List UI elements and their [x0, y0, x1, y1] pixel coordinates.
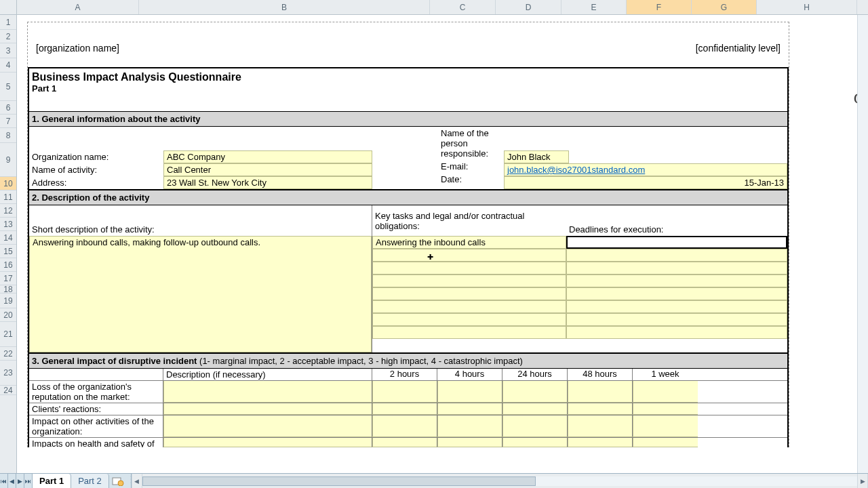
input-task-1[interactable]: Answering the inbound calls	[372, 236, 566, 249]
input-shortdesc[interactable]: Answering inbound calls, making follow-u…	[29, 236, 372, 352]
col-header-B[interactable]: B	[139, 0, 430, 14]
col-header-G[interactable]: G	[692, 0, 757, 14]
row-header-24[interactable]: 24	[0, 386, 16, 395]
tab-part1[interactable]: Part 1	[33, 474, 71, 488]
col-header-C[interactable]: C	[430, 0, 496, 14]
input-task-2[interactable]	[372, 249, 566, 262]
input-org[interactable]: ABC Company	[163, 150, 372, 163]
row-header-4[interactable]: 4	[0, 58, 16, 73]
row-header-1[interactable]: 1	[0, 15, 16, 30]
input-email[interactable]: john.black@iso27001standard.com	[504, 163, 787, 176]
input-deadline-1[interactable]	[566, 236, 787, 249]
vertical-scrollbar-area[interactable]	[857, 15, 868, 473]
row-header-9[interactable]: 9	[0, 143, 16, 177]
label-email: E-mail:	[438, 160, 504, 173]
label-org: Organization name:	[29, 150, 163, 163]
worksheet-grid[interactable]: [organization name] [confidentiality lev…	[17, 15, 857, 473]
col-header-D[interactable]: D	[496, 0, 561, 14]
col-description: Description (if necessary)	[163, 369, 372, 380]
input-deadline-7[interactable]	[566, 313, 787, 326]
row-header-2[interactable]: 2	[0, 30, 16, 43]
col-24h: 24 hours	[502, 369, 568, 380]
input-deadline-5[interactable]	[566, 287, 787, 300]
input-deadline-2[interactable]	[566, 249, 787, 262]
section2-heading: 2. Description of the activity	[29, 190, 787, 205]
row-header-20[interactable]: 20	[0, 308, 16, 322]
page-header-conf: [confidentiality level]	[696, 43, 781, 54]
row-header-5[interactable]: 5	[0, 73, 16, 101]
nav-prev-icon[interactable]: ◀	[8, 474, 16, 488]
row-header-14[interactable]: 14	[0, 231, 16, 245]
col-4h: 4 hours	[437, 369, 502, 380]
row-header-12[interactable]: 12	[0, 204, 16, 218]
label-date: Date:	[438, 173, 504, 186]
nav-next-icon[interactable]: ▶	[16, 474, 24, 488]
col-48h: 48 hours	[568, 369, 633, 380]
input-task-8[interactable]	[372, 326, 566, 339]
row-header-23[interactable]: 23	[0, 361, 16, 386]
row-headers: 123456789101112131415161718192021222324	[0, 15, 17, 473]
row-header-11[interactable]: 11	[0, 190, 16, 204]
label-address: Address:	[29, 176, 163, 189]
label-deadlines: Deadlines for execution:	[566, 205, 787, 236]
svg-point-1	[118, 481, 123, 486]
row-header-22[interactable]: 22	[0, 347, 16, 361]
horizontal-scrollbar[interactable]: ◀ ▶	[131, 474, 868, 488]
row-header-6[interactable]: 6	[0, 101, 16, 115]
label-keytasks: Key tasks and legal and/or contractual o…	[372, 205, 566, 236]
input-responsible[interactable]: John Black	[504, 150, 569, 163]
input-deadline-6[interactable]	[566, 300, 787, 313]
row-header-19[interactable]: 19	[0, 293, 16, 308]
row-header-13[interactable]: 13	[0, 218, 16, 231]
hscroll-right-icon[interactable]: ▶	[857, 474, 868, 488]
input-date[interactable]: 15-Jan-13	[504, 176, 787, 189]
col-2h: 2 hours	[372, 369, 437, 380]
row-header-18[interactable]: 18	[0, 285, 16, 293]
section1-heading: 1. General information about the activit…	[29, 111, 787, 127]
nav-first-icon[interactable]: ⏮	[0, 474, 8, 488]
column-headers: ABCDEFGH	[0, 0, 868, 15]
hscroll-thumb[interactable]	[142, 476, 536, 486]
new-sheet-icon[interactable]	[109, 474, 127, 488]
label-shortdesc: Short description of the activity:	[29, 205, 372, 236]
page-header-org: [organization name]	[36, 43, 119, 54]
col-header-F[interactable]: F	[627, 0, 692, 14]
sheet-footer: ⏮ ◀ ▶ ⏭ Part 1 Part 2 ⋮ ◀ ▶	[0, 473, 868, 488]
label-activity: Name of activity:	[29, 163, 163, 176]
col-header-A[interactable]: A	[17, 0, 139, 14]
row-header-21[interactable]: 21	[0, 322, 16, 347]
impact-row-4: Impacts on health and safety of	[29, 438, 163, 447]
page-area: [organization name] [confidentiality lev…	[27, 22, 789, 447]
impact-row-3: Impact on other activities of the organi…	[29, 415, 163, 437]
row-header-15[interactable]: 15	[0, 245, 16, 258]
input-task-6[interactable]	[372, 300, 566, 313]
nav-last-icon[interactable]: ⏭	[24, 474, 33, 488]
hscroll-left-icon[interactable]: ◀	[132, 474, 142, 488]
input-task-3[interactable]	[372, 262, 566, 274]
doc-subtitle: Part 1	[29, 83, 787, 98]
input-task-5[interactable]	[372, 287, 566, 300]
input-task-4[interactable]	[372, 274, 566, 287]
input-task-7[interactable]	[372, 313, 566, 326]
col-1w: 1 week	[633, 369, 698, 380]
row-header-16[interactable]: 16	[0, 258, 16, 272]
row-header-8[interactable]: 8	[0, 128, 16, 143]
col-header-H[interactable]: H	[757, 0, 857, 14]
input-address[interactable]: 23 Wall St. New York City	[163, 176, 372, 189]
tab-part2[interactable]: Part 2	[71, 474, 109, 488]
input-activity[interactable]: Call Center	[163, 163, 372, 176]
select-all-corner[interactable]	[0, 0, 17, 14]
doc-title: Business Impact Analysis Questionnaire	[29, 68, 787, 83]
row-header-17[interactable]: 17	[0, 272, 16, 285]
label-responsible: Name of the person responsible:	[438, 127, 504, 160]
input-deadline-8[interactable]	[566, 326, 787, 339]
impact-row-2: Clients' reactions:	[29, 403, 163, 415]
impact-row-1: Loss of the organization's reputation on…	[29, 381, 163, 403]
row-header-7[interactable]: 7	[0, 115, 16, 128]
impact-table: Description (if necessary) 2 hours 4 hou…	[29, 369, 787, 447]
row-header-10[interactable]: 10	[0, 177, 16, 190]
row-header-3[interactable]: 3	[0, 43, 16, 58]
input-deadline-4[interactable]	[566, 274, 787, 287]
input-deadline-3[interactable]	[566, 262, 787, 274]
col-header-E[interactable]: E	[561, 0, 627, 14]
